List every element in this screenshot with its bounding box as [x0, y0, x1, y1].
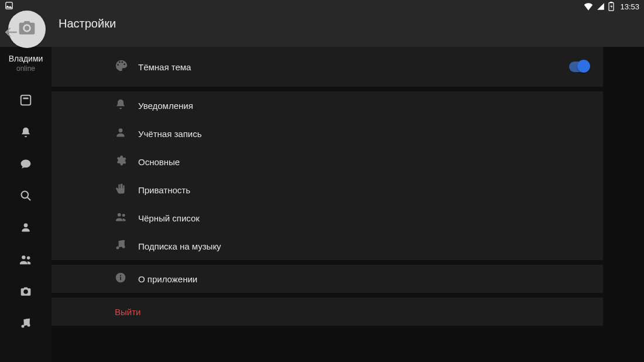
svg-rect-18 — [120, 276, 121, 280]
svg-point-12 — [119, 128, 123, 132]
music-note-icon — [115, 239, 126, 253]
notifications-label: Уведомления — [138, 101, 193, 111]
about-label: О приложении — [138, 274, 197, 284]
person-icon — [115, 127, 126, 141]
row-dark-theme[interactable]: Тёмная тема — [52, 47, 603, 87]
svg-rect-3 — [21, 95, 31, 105]
status-clock: 13:53 — [620, 2, 639, 11]
row-music-subscription[interactable]: Подписка на музыку — [52, 232, 603, 260]
svg-point-11 — [28, 324, 30, 327]
sidebar-item-search[interactable] — [0, 190, 52, 202]
row-about[interactable]: О приложении — [52, 265, 603, 293]
picture-icon — [5, 1, 13, 12]
svg-point-10 — [22, 325, 25, 328]
row-general[interactable]: Основные — [52, 148, 603, 176]
gear-icon — [115, 155, 126, 169]
hand-icon — [115, 183, 126, 197]
svg-point-13 — [118, 213, 121, 217]
bell-icon — [20, 127, 32, 138]
chat-icon — [20, 158, 32, 170]
svg-point-6 — [24, 223, 28, 227]
svg-rect-4 — [23, 97, 28, 99]
palette-icon — [115, 59, 128, 74]
blacklist-label: Чёрный список — [138, 213, 200, 223]
settings-content: Тёмная тема Уведомления Учётная запись — [52, 47, 644, 362]
bell-icon — [115, 98, 126, 112]
general-label: Основные — [138, 157, 180, 167]
profile-block[interactable]: Владими online — [0, 47, 52, 73]
person-icon — [20, 221, 32, 233]
account-label: Учётная запись — [138, 129, 202, 139]
people-icon — [115, 211, 128, 225]
svg-point-19 — [120, 275, 121, 276]
signal-icon — [597, 2, 605, 11]
sidebar-item-music[interactable] — [0, 317, 52, 329]
row-logout[interactable]: Выйти — [52, 298, 603, 326]
sidebar-item-feed[interactable] — [0, 94, 52, 107]
svg-point-16 — [122, 245, 125, 248]
row-privacy[interactable]: Приватность — [52, 176, 603, 204]
svg-point-14 — [122, 214, 125, 217]
sidebar-item-notifications[interactable] — [0, 127, 52, 138]
sidebar-item-profile[interactable] — [0, 221, 52, 233]
svg-point-9 — [25, 291, 28, 293]
page-title: Настройки — [59, 17, 116, 30]
dark-theme-toggle[interactable] — [569, 62, 589, 72]
camera-filled-icon — [20, 286, 32, 298]
feed-icon — [19, 94, 32, 107]
sidebar-item-messages[interactable] — [0, 158, 52, 170]
sidebar: Владими online — [0, 47, 52, 362]
info-icon — [115, 272, 126, 286]
svg-point-8 — [27, 257, 30, 260]
music-note-icon — [20, 317, 32, 329]
dark-theme-label: Тёмная тема — [138, 62, 191, 72]
music-sub-label: Подписка на музыку — [138, 241, 221, 251]
svg-point-7 — [22, 255, 25, 259]
battery-charging-icon — [608, 2, 614, 11]
people-icon — [19, 253, 32, 266]
privacy-label: Приватность — [138, 185, 190, 195]
statusbar: 13:53 — [0, 0, 644, 13]
profile-name: Владими — [1, 54, 50, 63]
svg-point-15 — [117, 247, 119, 250]
wifi-icon — [584, 2, 593, 11]
svg-rect-2 — [611, 2, 612, 3]
back-button[interactable] — [4, 25, 19, 42]
logout-label: Выйти — [115, 307, 141, 317]
profile-status: online — [0, 64, 52, 73]
row-notifications[interactable]: Уведомления — [52, 91, 603, 119]
row-account[interactable]: Учётная запись — [52, 119, 603, 148]
camera-icon — [18, 19, 36, 40]
search-icon — [20, 190, 32, 202]
sidebar-item-photos[interactable] — [0, 286, 52, 298]
sidebar-item-friends[interactable] — [0, 253, 52, 266]
row-blacklist[interactable]: Чёрный список — [52, 204, 603, 232]
